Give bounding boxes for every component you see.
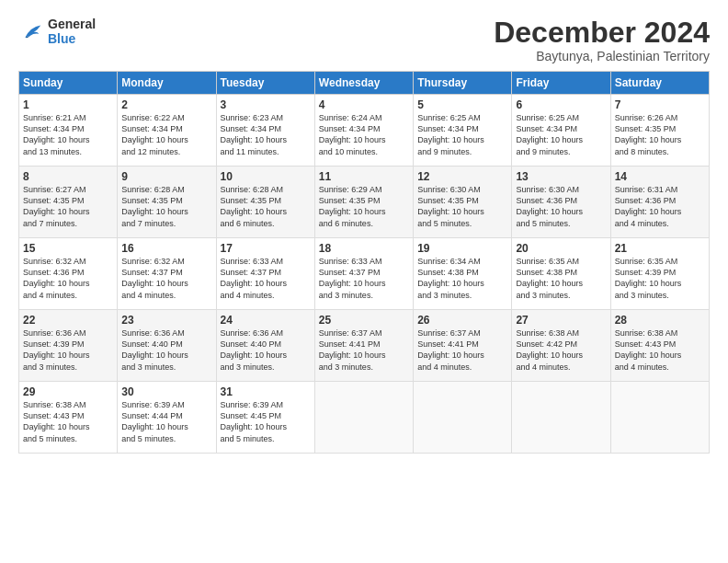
calendar-cell — [610, 382, 709, 454]
day-info: Sunrise: 6:32 AMSunset: 4:36 PMDaylight:… — [23, 256, 113, 301]
day-number: 6 — [516, 98, 606, 111]
day-number: 20 — [516, 242, 606, 255]
day-number: 11 — [319, 170, 409, 183]
day-info: Sunrise: 6:34 AMSunset: 4:38 PMDaylight:… — [417, 256, 507, 301]
day-header-monday: Monday — [118, 72, 216, 95]
calendar-table: SundayMondayTuesdayWednesdayThursdayFrid… — [18, 71, 710, 454]
day-number: 9 — [121, 170, 211, 183]
day-header-thursday: Thursday — [414, 72, 512, 95]
day-number: 23 — [121, 314, 211, 327]
day-number: 24 — [221, 314, 311, 327]
day-number: 19 — [417, 242, 507, 255]
day-info: Sunrise: 6:26 AMSunset: 4:35 PMDaylight:… — [615, 112, 705, 157]
day-number: 16 — [121, 242, 211, 255]
day-number: 14 — [615, 170, 705, 183]
calendar-cell: 12 Sunrise: 6:30 AMSunset: 4:35 PMDaylig… — [414, 167, 512, 238]
calendar-cell: 5 Sunrise: 6:25 AMSunset: 4:34 PMDayligh… — [414, 95, 512, 167]
calendar-cell: 3 Sunrise: 6:23 AMSunset: 4:34 PMDayligh… — [216, 95, 314, 167]
calendar-cell: 14 Sunrise: 6:31 AMSunset: 4:36 PMDaylig… — [610, 167, 709, 238]
day-info: Sunrise: 6:25 AMSunset: 4:34 PMDaylight:… — [516, 112, 606, 157]
day-number: 10 — [221, 170, 311, 183]
day-number: 5 — [417, 98, 507, 111]
day-header-wednesday: Wednesday — [314, 72, 413, 95]
day-number: 18 — [319, 242, 409, 255]
day-number: 7 — [615, 98, 705, 111]
day-number: 26 — [417, 314, 507, 327]
calendar-cell: 23 Sunrise: 6:36 AMSunset: 4:40 PMDaylig… — [118, 310, 216, 382]
day-info: Sunrise: 6:36 AMSunset: 4:40 PMDaylight:… — [121, 327, 211, 373]
day-number: 28 — [615, 314, 705, 327]
calendar-cell: 20 Sunrise: 6:35 AMSunset: 4:38 PMDaylig… — [512, 238, 610, 310]
day-info: Sunrise: 6:23 AMSunset: 4:34 PMDaylight:… — [221, 112, 311, 157]
calendar-cell: 17 Sunrise: 6:33 AMSunset: 4:37 PMDaylig… — [216, 238, 314, 310]
calendar-cell: 1 Sunrise: 6:21 AMSunset: 4:34 PMDayligh… — [19, 95, 118, 167]
calendar-cell: 21 Sunrise: 6:35 AMSunset: 4:39 PMDaylig… — [610, 238, 709, 310]
day-info: Sunrise: 6:29 AMSunset: 4:35 PMDaylight:… — [319, 184, 409, 229]
day-info: Sunrise: 6:36 AMSunset: 4:40 PMDaylight:… — [221, 327, 311, 373]
calendar-cell: 30 Sunrise: 6:39 AMSunset: 4:44 PMDaylig… — [118, 382, 216, 454]
logo-icon — [18, 18, 44, 44]
calendar-cell: 28 Sunrise: 6:38 AMSunset: 4:43 PMDaylig… — [610, 310, 709, 382]
calendar-cell: 25 Sunrise: 6:37 AMSunset: 4:41 PMDaylig… — [314, 310, 413, 382]
day-info: Sunrise: 6:27 AMSunset: 4:35 PMDaylight:… — [23, 184, 113, 229]
day-number: 17 — [221, 242, 311, 255]
day-number: 1 — [23, 98, 113, 111]
day-number: 3 — [221, 98, 311, 111]
day-info: Sunrise: 6:33 AMSunset: 4:37 PMDaylight:… — [319, 256, 409, 301]
day-header-saturday: Saturday — [610, 72, 709, 95]
page: General Blue December 2024 Baytunya, Pal… — [0, 0, 728, 563]
calendar-cell — [314, 382, 413, 454]
day-info: Sunrise: 6:33 AMSunset: 4:37 PMDaylight:… — [221, 256, 311, 301]
subtitle: Baytunya, Palestinian Territory — [494, 49, 710, 63]
day-info: Sunrise: 6:21 AMSunset: 4:34 PMDaylight:… — [23, 112, 113, 157]
day-number: 29 — [23, 385, 113, 398]
title-block: December 2024 Baytunya, Palestinian Terr… — [494, 17, 710, 63]
day-info: Sunrise: 6:30 AMSunset: 4:35 PMDaylight:… — [417, 184, 507, 229]
calendar-cell: 31 Sunrise: 6:39 AMSunset: 4:45 PMDaylig… — [216, 382, 314, 454]
header: General Blue December 2024 Baytunya, Pal… — [18, 17, 710, 63]
day-info: Sunrise: 6:30 AMSunset: 4:36 PMDaylight:… — [516, 184, 606, 229]
day-header-friday: Friday — [512, 72, 610, 95]
day-info: Sunrise: 6:35 AMSunset: 4:38 PMDaylight:… — [516, 256, 606, 301]
day-header-sunday: Sunday — [19, 72, 118, 95]
day-number: 30 — [121, 385, 211, 398]
calendar-cell: 22 Sunrise: 6:36 AMSunset: 4:39 PMDaylig… — [19, 310, 118, 382]
calendar-cell: 8 Sunrise: 6:27 AMSunset: 4:35 PMDayligh… — [19, 167, 118, 238]
calendar-cell: 11 Sunrise: 6:29 AMSunset: 4:35 PMDaylig… — [314, 167, 413, 238]
day-number: 13 — [516, 170, 606, 183]
day-info: Sunrise: 6:31 AMSunset: 4:36 PMDaylight:… — [615, 184, 705, 229]
day-info: Sunrise: 6:32 AMSunset: 4:37 PMDaylight:… — [121, 256, 211, 301]
calendar-cell — [414, 382, 512, 454]
calendar-cell: 9 Sunrise: 6:28 AMSunset: 4:35 PMDayligh… — [118, 167, 216, 238]
calendar-cell: 13 Sunrise: 6:30 AMSunset: 4:36 PMDaylig… — [512, 167, 610, 238]
logo: General Blue — [18, 17, 96, 46]
day-number: 25 — [319, 314, 409, 327]
day-number: 27 — [516, 314, 606, 327]
day-number: 21 — [615, 242, 705, 255]
day-number: 2 — [121, 98, 211, 111]
day-number: 4 — [319, 98, 409, 111]
calendar-cell: 18 Sunrise: 6:33 AMSunset: 4:37 PMDaylig… — [314, 238, 413, 310]
calendar-cell: 29 Sunrise: 6:38 AMSunset: 4:43 PMDaylig… — [19, 382, 118, 454]
calendar-cell: 24 Sunrise: 6:36 AMSunset: 4:40 PMDaylig… — [216, 310, 314, 382]
calendar-cell: 16 Sunrise: 6:32 AMSunset: 4:37 PMDaylig… — [118, 238, 216, 310]
main-title: December 2024 — [494, 17, 710, 49]
day-info: Sunrise: 6:38 AMSunset: 4:43 PMDaylight:… — [23, 399, 113, 444]
day-info: Sunrise: 6:39 AMSunset: 4:45 PMDaylight:… — [221, 399, 311, 444]
day-info: Sunrise: 6:28 AMSunset: 4:35 PMDaylight:… — [221, 184, 311, 229]
day-info: Sunrise: 6:37 AMSunset: 4:41 PMDaylight:… — [417, 327, 507, 373]
day-info: Sunrise: 6:28 AMSunset: 4:35 PMDaylight:… — [121, 184, 211, 229]
calendar-cell: 4 Sunrise: 6:24 AMSunset: 4:34 PMDayligh… — [314, 95, 413, 167]
calendar-cell: 2 Sunrise: 6:22 AMSunset: 4:34 PMDayligh… — [118, 95, 216, 167]
day-info: Sunrise: 6:36 AMSunset: 4:39 PMDaylight:… — [23, 327, 113, 373]
day-info: Sunrise: 6:25 AMSunset: 4:34 PMDaylight:… — [417, 112, 507, 157]
calendar-cell: 26 Sunrise: 6:37 AMSunset: 4:41 PMDaylig… — [414, 310, 512, 382]
day-number: 15 — [23, 242, 113, 255]
day-number: 12 — [417, 170, 507, 183]
day-info: Sunrise: 6:38 AMSunset: 4:42 PMDaylight:… — [516, 327, 606, 373]
calendar-cell — [512, 382, 610, 454]
calendar-cell: 15 Sunrise: 6:32 AMSunset: 4:36 PMDaylig… — [19, 238, 118, 310]
logo-text: General Blue — [48, 17, 96, 46]
day-number: 31 — [221, 385, 311, 398]
calendar-cell: 27 Sunrise: 6:38 AMSunset: 4:42 PMDaylig… — [512, 310, 610, 382]
